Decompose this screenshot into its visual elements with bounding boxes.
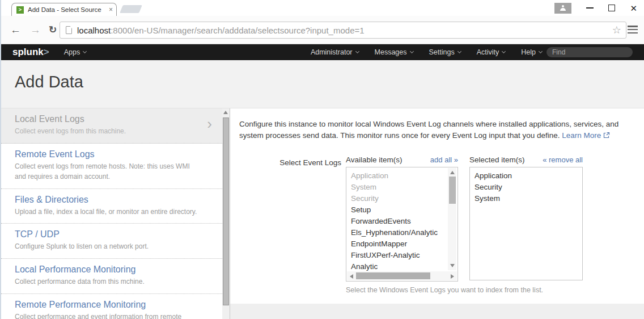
scrollbar-thumb[interactable] [356,272,430,279]
list-option[interactable]: EndpointMapper [346,238,457,250]
browser-titlebar: > Add Data - Select Source × ✕ [1,0,644,16]
sidebar-source-item[interactable]: Local Performance Monitoring Collect per… [1,259,222,294]
splunk-navbar: splunk> Apps AdministratorMessagesSettin… [1,44,644,60]
selected-items-listbox[interactable]: ApplicationSecuritySystem [469,167,583,280]
list-option[interactable]: Els_Hyphenation/Analytic [346,227,457,238]
profile-button[interactable] [554,3,571,14]
source-list: Local Event Logs Collect event logs from… [1,108,222,319]
apps-menu[interactable]: Apps [64,48,87,56]
chevron-down-icon [457,49,461,53]
available-items-listbox[interactable]: ApplicationSystemSecuritySetupForwardedE… [346,167,458,282]
chevron-down-icon [502,49,506,53]
available-options: ApplicationSystemSecuritySetupForwardedE… [346,167,457,272]
list-option[interactable]: Application [346,170,457,182]
tab-title: Add Data - Select Source [28,6,105,13]
intro-text: Configure this instance to monitor local… [239,119,641,142]
sidebar-scrollbar[interactable] [222,108,230,319]
navbar-menu-item[interactable]: Settings [429,48,461,56]
new-tab-button[interactable] [120,5,142,13]
forward-icon[interactable]: → [30,24,41,36]
list-option[interactable]: System [470,193,582,204]
list-option[interactable]: Analytic [346,261,457,272]
listbox-help-text: Select the Windows Event Logs you want t… [346,286,543,294]
scroll-up-icon[interactable] [223,111,228,114]
list-option[interactable]: System [346,182,457,193]
source-description: Collect performance data from this mchin… [15,276,200,287]
tab-close-icon[interactable]: × [109,6,113,14]
browser-toolbar: ← → ↻ localhost:8000/en-US/manager/searc… [1,16,644,44]
source-title: Remote Performance Monitoring [15,300,209,310]
scrollbar-thumb[interactable] [449,177,456,204]
available-items-label: Available item(s) [346,156,402,164]
source-sidebar: Local Event Logs Collect event logs from… [1,108,230,319]
list-option[interactable]: FirstUXPerf-Analytic [346,250,457,261]
page-icon [66,26,72,34]
browser-window: > Add Data - Select Source × ✕ ← → ↻ loc… [0,0,644,319]
back-icon[interactable]: ← [10,24,21,36]
page-title: Add Data [15,73,83,91]
navbar-menu-item[interactable]: Administrator [311,48,359,56]
source-description: Collect event logs from remote hosts. No… [15,161,200,182]
list-option[interactable]: ForwardedEvents [346,216,457,227]
scroll-right-icon[interactable] [451,274,454,279]
source-title: TCP / UDP [15,229,209,240]
add-all-link[interactable]: add all » [430,156,458,164]
external-link-icon [603,131,610,142]
select-event-logs-label: Select Event Logs [253,158,341,167]
chevron-down-icon [83,49,87,53]
splunk-logo: splunk> [12,47,49,58]
scroll-up-icon[interactable] [450,171,455,174]
sidebar-source-item[interactable]: TCP / UDP Configure Splunk to listen on … [1,224,222,259]
chevron-right-icon: › [207,115,212,133]
main-panel: Configure this instance to monitor local… [230,108,644,319]
source-description: Collect event logs from this machine. [15,126,200,137]
sidebar-source-item[interactable]: Files & Directories Upload a file, index… [1,189,222,224]
bookmark-star-icon[interactable]: ☆ [612,24,621,36]
url-bar[interactable]: localhost:8000/en-US/manager/search/addd… [60,22,626,39]
browser-tab[interactable]: > Add Data - Select Source × [11,3,117,16]
source-description: Collect performance and event informatio… [15,312,200,319]
navbar-menu-item[interactable]: Help [521,48,542,56]
page-header: Add Data Select SourceInput SettingsRevi… [1,60,644,108]
minimize-icon[interactable] [586,7,594,9]
browser-menu-icon[interactable] [628,26,638,33]
source-description: Configure Splunk to listen on a network … [15,241,200,252]
scroll-down-icon[interactable] [450,264,455,267]
horizontal-scrollbar[interactable] [347,271,457,280]
url-path: :8000/en-US/manager/search/adddata/selec… [111,26,364,35]
navbar-menu-item[interactable]: Messages [375,48,413,56]
close-icon[interactable]: ✕ [630,4,637,12]
list-option[interactable]: Security [470,182,582,193]
splunk-favicon-icon: > [16,6,24,14]
url-host: localhost [77,26,111,35]
source-title: Files & Directories [15,195,209,205]
chevron-down-icon [409,49,413,53]
chevron-down-icon [539,49,543,53]
sidebar-source-item[interactable]: Local Event Logs Collect event logs from… [1,108,222,144]
refresh-icon[interactable]: ↻ [49,24,57,36]
vertical-scrollbar[interactable] [448,168,456,270]
source-title: Remote Event Logs [15,149,209,160]
find-input[interactable] [546,47,633,57]
list-option[interactable]: Setup [346,204,457,216]
source-title: Local Event Logs [15,114,209,124]
sidebar-source-item[interactable]: Remote Performance Monitoring Collect pe… [1,294,222,319]
navbar-menu-item[interactable]: Activity [477,48,506,56]
selected-options: ApplicationSecuritySystem [470,167,582,204]
scroll-left-icon[interactable] [350,274,353,279]
remove-all-link[interactable]: « remove all [543,156,583,164]
person-icon [560,5,566,11]
navbar-menus: AdministratorMessagesSettingsActivityHel… [311,48,542,56]
selected-items-label: Selected item(s) [469,156,525,164]
scrollbar-thumb[interactable] [223,117,229,305]
footer-band [230,304,644,319]
source-title: Local Performance Monitoring [15,265,209,275]
url-text: localhost:8000/en-US/manager/search/addd… [77,26,608,35]
sidebar-source-item[interactable]: Remote Event Logs Collect event logs fro… [1,144,222,189]
chevron-down-icon [355,49,359,53]
learn-more-link[interactable]: Learn More [562,131,601,140]
maximize-icon[interactable] [608,5,615,11]
list-option[interactable]: Security [346,193,457,204]
list-option[interactable]: Application [470,170,582,182]
source-description: Upload a file, index a local file, or mo… [15,207,200,217]
